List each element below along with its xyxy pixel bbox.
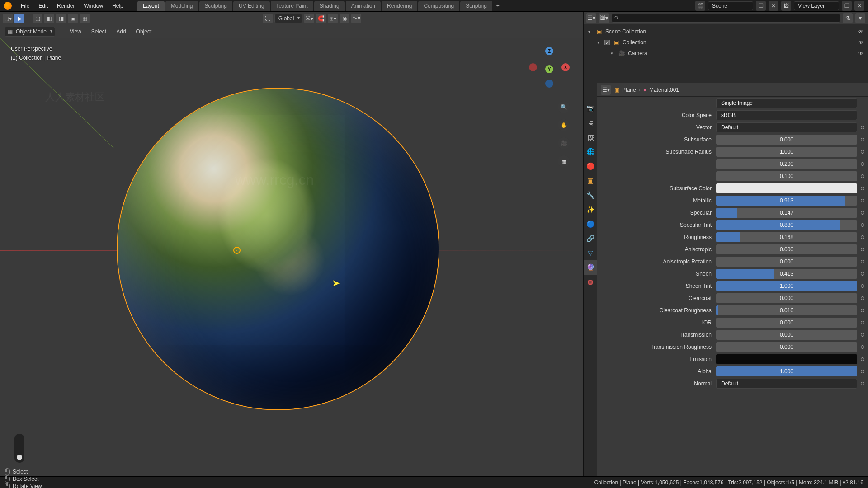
gizmo-neg-x-axis[interactable] <box>529 63 537 71</box>
prop-tab-render[interactable]: 📷 <box>584 101 597 116</box>
prop-slider-value[interactable]: 0.100 <box>716 171 857 181</box>
scene-browse-button[interactable]: 🎬 <box>695 1 705 11</box>
color-space-dropdown[interactable]: sRGB <box>716 110 857 120</box>
workspace-tab-layout[interactable]: Layout <box>137 1 165 11</box>
prop-slider-anisotropic-rotation[interactable]: 0.000 <box>716 257 857 267</box>
menu-window[interactable]: Window <box>79 3 108 9</box>
outliner-search-input[interactable] <box>612 14 840 23</box>
prop-slider-clearcoat-roughness[interactable]: 0.016 <box>716 305 857 315</box>
outliner-editor-type[interactable]: ☰▾ <box>586 13 596 23</box>
prop-slider-specular[interactable]: 0.147 <box>716 208 857 218</box>
prop-slider-anisotropic[interactable]: 0.000 <box>716 244 857 254</box>
workspace-tab-compositing[interactable]: Compositing <box>418 1 459 11</box>
prop-input-socket[interactable] <box>861 272 864 276</box>
prop-input-socket[interactable] <box>861 174 864 178</box>
prop-tab-output[interactable]: 🖨 <box>584 116 597 130</box>
prop-input-socket[interactable] <box>861 296 864 300</box>
prop-tab-modifiers[interactable]: 🔧 <box>584 188 597 202</box>
workspace-tab-scripting[interactable]: Scripting <box>460 1 492 11</box>
proportional-dropdown[interactable]: 〜▾ <box>351 14 361 23</box>
gizmo-neg-z-axis[interactable] <box>545 80 553 88</box>
menu-add[interactable]: Add <box>112 27 130 37</box>
prop-input-socket[interactable] <box>861 382 864 385</box>
prop-tab-particles[interactable]: ✨ <box>584 202 597 217</box>
select-mode-2[interactable]: ◧ <box>44 14 54 23</box>
prop-tab-physics[interactable]: 🔵 <box>584 217 597 231</box>
prop-slider-roughness[interactable]: 0.168 <box>716 232 857 242</box>
prop-input-socket[interactable] <box>861 211 864 215</box>
snap-toggle[interactable]: 🧲 <box>316 14 326 23</box>
prop-input-socket[interactable] <box>861 150 864 154</box>
select-mode-5[interactable]: ▦ <box>80 14 90 23</box>
workspace-tab-shading[interactable]: Shading <box>314 1 345 11</box>
menu-view[interactable]: View <box>65 27 86 37</box>
navigation-gizmo[interactable]: Z Y X <box>529 47 570 88</box>
scene-name-field[interactable]: Scene <box>708 1 753 10</box>
outliner-new-collection-button[interactable]: ▾ <box>855 13 865 23</box>
prop-slider-specular-tint[interactable]: 0.880 <box>716 220 857 230</box>
workspace-tab-uv-editing[interactable]: UV Editing <box>233 1 270 11</box>
editor-type-dropdown[interactable]: ⬚▾ <box>3 14 13 23</box>
prop-slider-ior[interactable]: 0.000 <box>716 318 857 328</box>
prop-input-socket[interactable] <box>861 138 864 141</box>
prop-slider-sheen[interactable]: 0.413 <box>716 269 857 279</box>
select-mode-4[interactable]: ▣ <box>68 14 78 23</box>
prop-tab-object[interactable]: ▣ <box>584 174 597 188</box>
visibility-toggle[interactable]: 👁 <box>858 28 863 35</box>
transform-orientation-icon[interactable]: ⛶ <box>263 14 273 23</box>
prop-tab-world[interactable]: 🔴 <box>584 159 597 174</box>
selected-object-earth[interactable] <box>118 89 439 409</box>
viewlayer-delete-button[interactable]: ✕ <box>854 1 864 11</box>
gizmo-z-axis[interactable]: Z <box>545 47 553 55</box>
prop-slider-sheen-tint[interactable]: 1.000 <box>716 281 857 291</box>
workspace-tab-modeling[interactable]: Modeling <box>165 1 198 11</box>
pivot-dropdown[interactable]: ⦿▾ <box>304 14 314 23</box>
image-type-dropdown[interactable]: Single Image <box>716 98 857 108</box>
prop-input-socket[interactable] <box>861 187 864 190</box>
zoom-button[interactable]: 🔍 <box>558 101 570 113</box>
prop-input-socket[interactable] <box>861 333 864 337</box>
prop-input-socket[interactable] <box>861 357 864 361</box>
prop-slider-metallic[interactable]: 0.913 <box>716 196 857 206</box>
outliner-item-scene-collection[interactable]: ▾▣Scene Collection👁 <box>584 26 868 37</box>
select-mode-1[interactable]: ▢ <box>33 14 42 23</box>
scene-new-button[interactable]: ❐ <box>756 1 766 11</box>
transform-orientation-dropdown[interactable]: Global <box>274 14 303 23</box>
prop-tab-material[interactable]: 🔮 <box>584 260 597 275</box>
menu-file[interactable]: File <box>16 3 34 9</box>
interaction-mode-dropdown[interactable]: Object Mode <box>5 27 55 37</box>
camera-view-button[interactable]: 🎥 <box>558 137 570 149</box>
3d-viewport[interactable]: User Perspective (1) Collection | Plane … <box>0 38 583 476</box>
prop-dropdown-vector[interactable]: Default <box>716 122 857 132</box>
viewlayer-browse-button[interactable]: 🖼 <box>781 1 791 11</box>
properties-editor-type[interactable]: ☰▾ <box>601 85 611 95</box>
prop-input-socket[interactable] <box>861 223 864 227</box>
visibility-toggle[interactable]: 👁 <box>858 50 863 56</box>
menu-render[interactable]: Render <box>52 3 79 9</box>
prop-input-socket[interactable] <box>861 199 864 202</box>
prop-tab-scene[interactable]: 🌐 <box>584 145 597 159</box>
prop-slider-value[interactable]: 0.200 <box>716 159 857 169</box>
prop-input-socket[interactable] <box>861 345 864 349</box>
app-logo[interactable] <box>4 2 12 10</box>
toolbar-toggle[interactable] <box>14 434 24 463</box>
prop-tab-constraints[interactable]: 🔗 <box>584 231 597 246</box>
prop-slider-clearcoat[interactable]: 0.000 <box>716 293 857 303</box>
menu-edit[interactable]: Edit <box>34 3 52 9</box>
prop-color-emission[interactable] <box>716 354 857 364</box>
gizmo-y-axis[interactable]: Y <box>545 65 553 73</box>
prop-input-socket[interactable] <box>861 235 864 239</box>
tool-cursor[interactable]: ▶ <box>14 14 24 23</box>
breadcrumb-material[interactable]: Material.001 <box>649 87 679 93</box>
prop-slider-transmission[interactable]: 0.000 <box>716 330 857 340</box>
viewlayer-new-button[interactable]: ❐ <box>842 1 852 11</box>
collection-checkbox[interactable] <box>604 40 610 45</box>
scene-delete-button[interactable]: ✕ <box>769 1 778 11</box>
prop-color-subsurface-color[interactable] <box>716 183 857 193</box>
workspace-tab-animation[interactable]: Animation <box>346 1 381 11</box>
viewlayer-name-field[interactable]: View Layer <box>794 1 839 10</box>
outliner-filter-button[interactable]: ⚗ <box>843 13 853 23</box>
prop-input-socket[interactable] <box>861 126 864 129</box>
menu-object[interactable]: Object <box>132 27 156 37</box>
snap-dropdown[interactable]: ⊞▾ <box>328 14 338 23</box>
